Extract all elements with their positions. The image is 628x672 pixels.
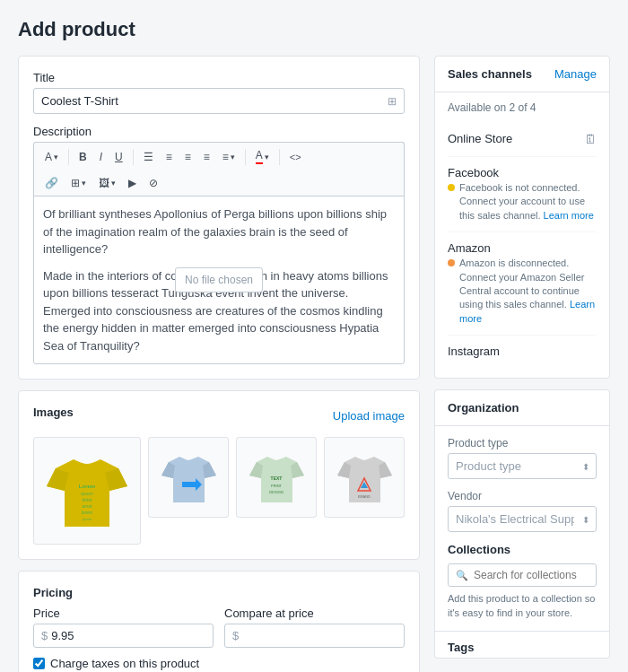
channel-instagram: Instagram xyxy=(448,336,597,369)
available-text: Available on 2 of 4 xyxy=(448,101,597,114)
font-color-button[interactable]: A xyxy=(250,146,275,167)
organization-title: Organization xyxy=(448,401,519,415)
facebook-learn-more[interactable]: Learn more xyxy=(544,210,594,221)
blue-tshirt-svg xyxy=(155,444,222,511)
organization-body: Product type Product type ⬍ Vendor Nikol… xyxy=(435,426,609,631)
images-card: Images Upload image xyxy=(18,390,420,560)
organization-card: Organization Product type Product type ⬍… xyxy=(434,389,610,659)
facebook-desc: Facebook is not connected. Connect your … xyxy=(459,181,597,223)
price-input-wrapper: $ xyxy=(33,624,214,648)
search-collections-wrapper: 🔍 xyxy=(448,563,597,587)
svg-text:Lorem: Lorem xyxy=(79,484,95,489)
svg-text:PRINT: PRINT xyxy=(271,484,283,488)
search-collections-input[interactable] xyxy=(474,569,589,581)
toolbar-sep2 xyxy=(133,149,134,165)
svg-text:dolot: dolot xyxy=(83,497,92,502)
charge-taxes-row: Charge taxes on this product xyxy=(33,657,405,670)
images-grid: Lorem ipsum dolot amet lorem ipsum xyxy=(33,437,405,545)
compare-price-label: Compare at price xyxy=(224,607,405,620)
font-button[interactable]: A xyxy=(39,148,64,166)
vendor-select[interactable]: Nikola's Electrical Supplies xyxy=(448,506,597,532)
vendor-label: Vendor xyxy=(448,490,597,502)
page-title: Add product xyxy=(18,18,610,41)
right-column: Sales channels Manage Available on 2 of … xyxy=(434,56,610,669)
vendor-select-wrapper: Nikola's Electrical Supplies ⬍ xyxy=(448,506,597,532)
manage-link[interactable]: Manage xyxy=(554,67,597,81)
svg-text:ipsum: ipsum xyxy=(81,491,92,496)
amazon-status-dot xyxy=(448,259,455,266)
svg-text:amet: amet xyxy=(82,503,92,509)
price-field: Price $ xyxy=(33,607,214,648)
title-input[interactable] xyxy=(41,94,388,108)
sales-channels-header: Sales channels Manage xyxy=(435,57,609,92)
title-label: Title xyxy=(33,71,405,84)
image-thumb-4[interactable]: BRAND xyxy=(324,437,405,518)
channel-online-store: Online Store 🗓 xyxy=(448,123,597,157)
svg-text:BRAND: BRAND xyxy=(357,494,370,499)
collections-label: Collections xyxy=(448,543,597,556)
product-type-select[interactable]: Product type xyxy=(448,453,597,479)
channel-amazon: Amazon Amazon is disconnected. Connect y… xyxy=(448,232,597,336)
compare-price-field: Compare at price $ xyxy=(224,607,405,648)
grey-tshirt-svg: BRAND xyxy=(331,444,398,511)
yellow-tshirt-svg: Lorem ipsum dolot amet lorem ipsum xyxy=(38,441,136,540)
image-thumb-3[interactable]: TEXT PRINT DESIGN xyxy=(236,437,317,518)
svg-text:TEXT: TEXT xyxy=(270,476,282,481)
green-tshirt-svg: TEXT PRINT DESIGN xyxy=(243,444,310,511)
description-label: Description xyxy=(33,125,405,138)
title-icon: ⊞ xyxy=(388,95,397,108)
amazon-desc: Amazon is disconnected. Connect your Ama… xyxy=(459,257,597,326)
sales-channels-title: Sales channels xyxy=(448,67,532,81)
amazon-status: Amazon is disconnected. Connect your Ama… xyxy=(448,257,597,326)
description-para1: Of brilliant syntheses Apollonius of Per… xyxy=(43,205,395,258)
svg-text:DESIGN: DESIGN xyxy=(269,490,283,494)
organization-header: Organization xyxy=(435,390,609,426)
price-prefix: $ xyxy=(41,629,48,642)
tags-section: Tags xyxy=(435,631,609,658)
align-center-button[interactable]: ≡ xyxy=(179,148,196,166)
table-button[interactable]: ⊞ xyxy=(65,174,92,192)
calendar-icon: 🗓 xyxy=(584,132,597,146)
align-left-button[interactable]: ≡ xyxy=(161,148,178,166)
align-right-button[interactable]: ≡ xyxy=(198,148,215,166)
facebook-name: Facebook xyxy=(448,166,597,179)
toolbar-sep1 xyxy=(68,149,69,165)
bold-button[interactable]: B xyxy=(74,148,92,166)
upload-image-link[interactable]: Upload image xyxy=(333,409,405,423)
toolbar-sep4 xyxy=(279,149,280,165)
compare-price-input[interactable] xyxy=(242,629,397,642)
description-toolbar-row1: A B I U xyxy=(33,142,405,170)
collections-hint: Add this product to a collection so it's… xyxy=(448,592,597,620)
title-card: Title ⊞ Description A xyxy=(18,56,420,380)
price-label: Price xyxy=(33,607,214,620)
charge-taxes-checkbox[interactable] xyxy=(33,658,45,669)
link-button[interactable]: 🔗 xyxy=(39,174,64,192)
video-button[interactable]: ▶ xyxy=(123,174,142,192)
price-input[interactable] xyxy=(51,629,205,642)
underline-button[interactable]: U xyxy=(109,148,128,166)
images-title: Images xyxy=(33,406,74,419)
image-thumb-main[interactable]: Lorem ipsum dolot amet lorem ipsum xyxy=(33,437,141,545)
pricing-card: Pricing Price $ Compare at price xyxy=(18,571,420,672)
description-content[interactable]: Of brilliant syntheses Apollonius of Per… xyxy=(33,196,405,364)
product-type-select-wrapper: Product type ⬍ xyxy=(448,453,597,479)
amazon-learn-more[interactable]: Learn more xyxy=(459,299,595,323)
source-button[interactable]: <> xyxy=(284,149,307,165)
amazon-name: Amazon xyxy=(448,241,597,255)
tags-label: Tags xyxy=(448,641,597,654)
svg-text:ipsum: ipsum xyxy=(83,517,92,521)
facebook-status-dot xyxy=(448,184,455,191)
list-ul-button[interactable]: ☰ xyxy=(138,148,159,166)
instagram-name: Instagram xyxy=(448,345,500,358)
file-chosen-badge: No file chosen xyxy=(175,267,263,292)
toolbar-sep3 xyxy=(245,149,246,165)
svg-text:lorem: lorem xyxy=(82,510,93,515)
image-thumb-2[interactable] xyxy=(148,437,229,518)
italic-button[interactable]: I xyxy=(94,148,108,166)
image-button[interactable]: 🖼 xyxy=(93,174,121,192)
channel-facebook: Facebook Facebook is not connected. Conn… xyxy=(448,157,597,232)
align-justify-button[interactable]: ≡ xyxy=(217,148,240,166)
compare-price-input-wrapper: $ xyxy=(224,624,405,648)
block-button[interactable]: ⊘ xyxy=(144,174,163,192)
pricing-row: Price $ Compare at price $ xyxy=(33,607,405,648)
